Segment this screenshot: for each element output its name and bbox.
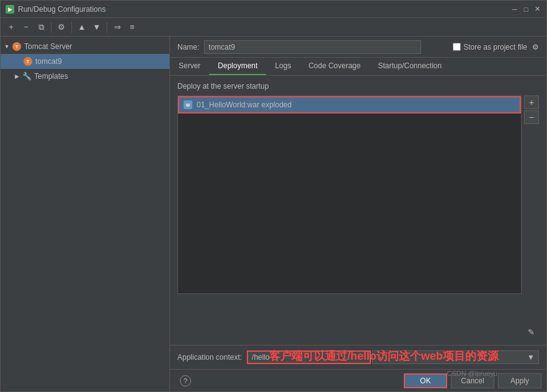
tab-startup-connection[interactable]: Startup/Connection <box>369 58 450 75</box>
tab-deployment[interactable]: Deployment <box>209 58 266 75</box>
app-context-label: Application context: <box>177 353 242 362</box>
templates-category[interactable]: ▶ 🔧 Templates <box>1 69 169 84</box>
dropdown-arrow-icon: ▼ <box>527 353 535 362</box>
list-controls: + − ✎ <box>522 96 539 339</box>
tomcat-server-category[interactable]: ▼ T Tomcat Server <box>1 39 169 54</box>
templates-chevron-icon: ▶ <box>13 73 20 80</box>
help-icon[interactable]: ? <box>180 375 191 386</box>
tomcat-icon: T <box>12 42 21 51</box>
settings-button[interactable]: ⚙ <box>55 20 68 34</box>
name-label: Name: <box>177 43 199 51</box>
annotation-text: 客户端可以通过/hello访问这个web项目的资源 <box>269 349 499 363</box>
tabs-bar: Server Deployment Logs Code Coverage Sta… <box>170 58 546 76</box>
deploy-label: Deploy at the server startup <box>177 82 539 91</box>
toolbar-sep1 <box>51 22 51 33</box>
main-content: ▼ T Tomcat Server T tomcat9 ▶ 🔧 Template… <box>1 37 546 391</box>
sidebar: ▼ T Tomcat Server T tomcat9 ▶ 🔧 Template… <box>1 37 170 391</box>
name-row: Name: Store as project file ⚙ <box>170 37 546 58</box>
deployment-panel: Deploy at the server startup W 01_HelloW… <box>170 76 546 345</box>
window-icon: ▶ <box>6 5 14 14</box>
deploy-item[interactable]: W 01_HelloWorld:war exploded <box>178 96 521 114</box>
remove-config-button[interactable]: − <box>19 20 33 34</box>
apply-button[interactable]: Apply <box>498 373 541 388</box>
store-checkbox-container: Store as project file ⚙ <box>453 43 539 51</box>
minimize-button[interactable]: ─ <box>510 5 519 14</box>
deploy-list[interactable]: W 01_HelloWorld:war exploded <box>177 96 522 294</box>
toolbar-sep2 <box>71 22 72 33</box>
sidebar-item-tomcat9[interactable]: T tomcat9 <box>1 54 169 69</box>
deploy-edit-button[interactable]: ✎ <box>524 325 538 339</box>
move-up-button[interactable]: ▲ <box>75 20 89 34</box>
deploy-list-container: W 01_HelloWorld:war exploded + − ✎ <box>177 96 539 339</box>
tab-code-coverage[interactable]: Code Coverage <box>300 58 369 75</box>
add-config-button[interactable]: + <box>4 20 18 34</box>
store-settings-icon[interactable]: ⚙ <box>532 43 539 51</box>
tomcat-category-icon: T <box>12 42 22 51</box>
toolbar: + − ⧉ ⚙ ▲ ▼ ⇒ ≡ <box>1 18 546 37</box>
tomcat9-label: tomcat9 <box>35 57 62 66</box>
tomcat9-icon-inner: T <box>24 57 32 66</box>
panel-wrapper: Deploy at the server startup W 01_HelloW… <box>170 76 546 369</box>
copy-config-button[interactable]: ⧉ <box>34 20 48 34</box>
tab-server[interactable]: Server <box>170 58 209 75</box>
close-button[interactable]: ✕ <box>533 5 541 14</box>
bottom-bar: ? CSDN @lpruoyu OK Cancel Apply <box>170 369 546 391</box>
ok-button[interactable]: OK <box>404 373 447 388</box>
tomcat-server-label: Tomcat Server <box>24 42 72 51</box>
move-down-button[interactable]: ▼ <box>90 20 104 34</box>
sort-button[interactable]: ≡ <box>125 20 139 34</box>
help-area: ? <box>175 375 196 386</box>
window-title: Run/Debug Configurations <box>18 5 105 14</box>
templates-label: Templates <box>34 72 68 81</box>
deploy-add-button[interactable]: + <box>524 96 539 109</box>
store-label: Store as project file <box>463 43 527 51</box>
tab-logs[interactable]: Logs <box>266 58 300 75</box>
tomcat9-icon: T <box>23 56 33 66</box>
tomcat-chevron-icon: ▼ <box>3 43 11 50</box>
title-bar: ▶ Run/Debug Configurations ─ □ ✕ <box>1 1 546 18</box>
move-to-button[interactable]: ⇒ <box>110 20 124 34</box>
maximize-button[interactable]: □ <box>522 5 530 14</box>
store-checkbox[interactable] <box>453 43 461 51</box>
war-icon: W <box>183 100 193 110</box>
templates-icon: 🔧 <box>22 71 32 81</box>
toolbar-sep3 <box>107 22 107 33</box>
deploy-item-label: 01_HelloWorld:war exploded <box>197 100 291 109</box>
csdn-watermark: CSDN @lpruoyu <box>447 370 497 377</box>
name-input[interactable] <box>204 40 421 54</box>
window-controls: ─ □ ✕ <box>510 5 541 14</box>
deploy-remove-button[interactable]: − <box>524 110 539 124</box>
right-panel: Name: Store as project file ⚙ Server Dep… <box>170 37 546 391</box>
